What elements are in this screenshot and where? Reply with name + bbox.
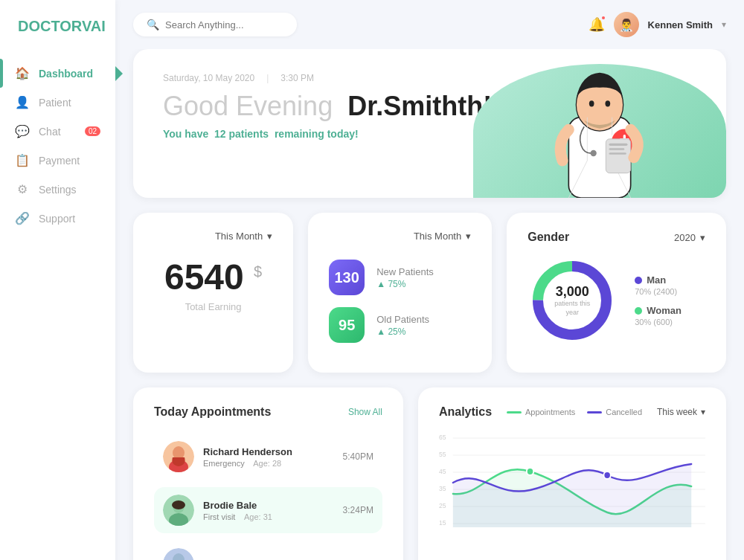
appt-type-2: First visit [203, 512, 235, 521]
main-content: 🔍 🔔 👨‍⚕️ Kennen Smith ▾ Saturday, 10 May… [115, 0, 744, 560]
year-filter[interactable]: 2020 ▾ [674, 232, 705, 243]
earning-amount: 6540 $ [154, 260, 272, 295]
appt-avatar-1 [163, 441, 194, 472]
search-input[interactable] [165, 19, 283, 30]
appt-name-2: Brodie Bale [203, 500, 334, 511]
new-patients-info: New Patients 75% [376, 266, 471, 289]
avatar: 👨‍⚕️ [614, 12, 639, 37]
old-patients-info: Old Patients 25% [376, 314, 471, 337]
gender-card: Gender 2020 ▾ [507, 213, 726, 373]
patients-chevron-icon: ▾ [466, 231, 471, 242]
old-patients-badge: 95 [329, 307, 365, 343]
svg-text:55: 55 [439, 451, 446, 458]
earning-chevron-icon: ▾ [267, 231, 272, 242]
svg-point-4 [591, 150, 597, 156]
notification-bell[interactable]: 🔔 [589, 16, 605, 33]
appt-avatar-3 [163, 548, 194, 560]
patients-card: This Month ▾ 130 New Patients 75% 95 [308, 213, 492, 373]
chevron-down-icon[interactable]: ▾ [722, 19, 726, 30]
sidebar-item-dashboard[interactable]: 🏠 Dashboard [0, 59, 115, 88]
old-patients-row: 95 Old Patients 25% [329, 307, 471, 343]
welcome-card: Saturday, 10 May 2020 | 3:30 PM Good Eve… [133, 49, 726, 198]
appointments-header: Today Appointments Show All [154, 405, 382, 419]
appt-age-1: Age: 28 [253, 459, 281, 468]
cancelled-line-icon [587, 411, 602, 413]
payment-icon: 📋 [15, 153, 30, 167]
appointments-line-icon [507, 411, 522, 413]
greeting-light: Good Evening [163, 91, 333, 121]
time-text: 3:30 PM [280, 73, 314, 83]
new-patients-row: 130 New Patients 75% [329, 260, 471, 295]
appointments-legend-label: Appointments [525, 408, 575, 416]
search-box[interactable]: 🔍 [133, 13, 297, 36]
appt-time-2: 3:24PM [343, 505, 373, 515]
appointment-item-3: Harrison Josephson 10:30PM [154, 541, 382, 560]
svg-point-37 [527, 468, 533, 475]
cancelled-legend-label: Cancelled [606, 408, 642, 416]
man-legend: Man 70% (2400) [635, 274, 682, 296]
man-label: Man [647, 274, 666, 286]
svg-rect-11 [609, 152, 626, 155]
earning-filter[interactable]: This Month ▾ [215, 231, 272, 242]
appt-meta-1: Emergency Age: 28 [203, 459, 334, 468]
subtitle-before: You have [163, 128, 208, 140]
analytics-card: Analytics Appointments Cancelled This we… [418, 387, 726, 560]
sidebar-item-chat[interactable]: 💬 Chat 02 [0, 117, 115, 146]
sidebar-item-settings[interactable]: ⚙ Settings [0, 175, 115, 204]
svg-point-3 [606, 100, 611, 106]
stats-row: This Month ▾ 6540 $ Total Earning [133, 213, 726, 373]
old-patients-trend: 25% [376, 326, 471, 337]
woman-legend: Woman 30% (600) [635, 305, 682, 326]
appt-info-1: Richard Henderson Emergency Age: 28 [203, 446, 334, 468]
svg-point-38 [603, 472, 610, 479]
sidebar-label-chat: Chat [39, 126, 61, 138]
gender-card-header: Gender 2020 ▾ [527, 231, 705, 244]
appointments-title: Today Appointments [154, 405, 271, 419]
sidebar-item-payment[interactable]: 📋 Payment [0, 146, 115, 175]
patient-icon: 👤 [15, 95, 30, 109]
sidebar-label-dashboard: Dashboard [39, 68, 93, 80]
earning-label: Total Earning [154, 301, 272, 312]
user-area: 🔔 👨‍⚕️ Kennen Smith ▾ [589, 12, 726, 37]
user-name: Kennen Smith [648, 19, 713, 30]
analytics-chart: 65 55 45 35 25 15 [439, 431, 705, 520]
woman-percent: 30% (600) [635, 318, 682, 326]
sidebar-label-settings: Settings [39, 184, 77, 196]
patient-count-highlight: 12 patients [214, 128, 269, 140]
appointment-item-1: Richard Henderson Emergency Age: 28 5:40… [154, 434, 382, 480]
patients-filter-label: This Month [414, 231, 461, 242]
analytics-header: Analytics Appointments Cancelled This we… [439, 405, 705, 419]
bottom-row: Today Appointments Show All Ric [133, 387, 726, 560]
appt-meta-2: First visit Age: 31 [203, 512, 334, 521]
appt-time-1: 5:40PM [343, 451, 373, 462]
patients-filter[interactable]: This Month ▾ [414, 231, 471, 242]
man-percent: 70% (2400) [635, 287, 682, 296]
appt-info-3: Harrison Josephson [203, 558, 329, 561]
appt-name-3: Harrison Josephson [203, 558, 329, 561]
donut-label: patients this year [550, 300, 594, 317]
cancelled-legend: Cancelled [587, 408, 642, 416]
woman-dot [635, 307, 642, 315]
sidebar-label-patient: Patient [39, 97, 71, 109]
analytics-time-filter[interactable]: This week ▾ [657, 407, 705, 417]
home-icon: 🏠 [15, 66, 30, 80]
man-dot [635, 277, 642, 284]
sidebar-label-payment: Payment [39, 155, 80, 167]
page-content: Saturday, 10 May 2020 | 3:30 PM Good Eve… [115, 49, 744, 560]
show-all-button[interactable]: Show All [348, 407, 382, 417]
donut-chart: 3,000 patients this year [527, 256, 617, 345]
earning-filter-label: This Month [215, 231, 263, 242]
donut-center: 3,000 patients this year [550, 284, 594, 317]
greeting-bold: Dr.Smithth! [347, 91, 492, 121]
logo-doctor: DOCTOR [18, 18, 82, 34]
woman-label: Woman [647, 305, 682, 316]
sidebar-item-patient[interactable]: 👤 Patient [0, 88, 115, 117]
appt-name-1: Richard Henderson [203, 446, 334, 457]
settings-icon: ⚙ [15, 182, 30, 196]
date-text: Saturday, 10 May 2020 [163, 73, 254, 83]
sidebar-item-support[interactable]: 🔗 Support [0, 204, 115, 233]
earning-number-container: 6540 $ Total Earning [154, 260, 272, 312]
svg-text:25: 25 [439, 502, 446, 509]
logo: DOCTORVAI [0, 18, 115, 59]
sidebar: DOCTORVAI 🏠 Dashboard 👤 Patient 💬 Chat 0… [0, 0, 115, 560]
